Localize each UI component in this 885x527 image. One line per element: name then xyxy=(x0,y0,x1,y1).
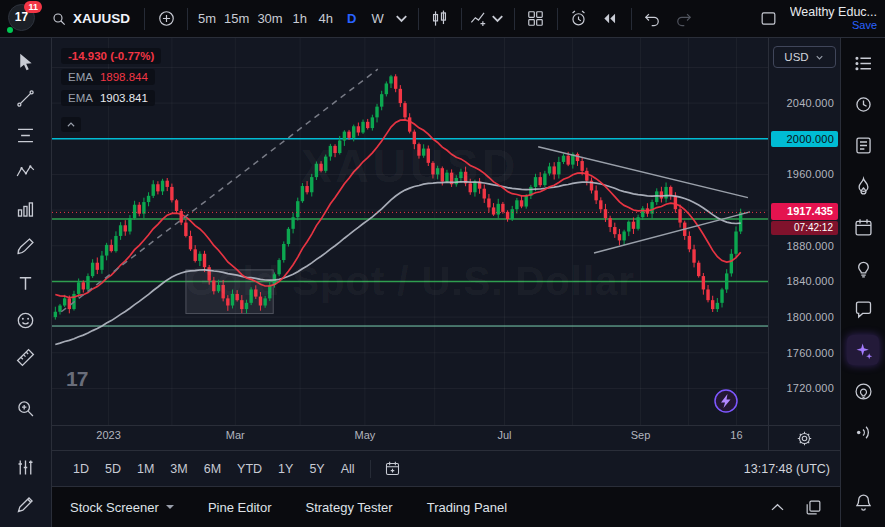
timeframe-15m[interactable]: 15m xyxy=(220,6,253,32)
chevron-down-icon xyxy=(814,52,825,63)
measure-tool[interactable] xyxy=(9,343,43,372)
range-1m[interactable]: 1M xyxy=(130,457,161,481)
go-to-date-button[interactable] xyxy=(379,457,407,481)
save-button[interactable]: Save xyxy=(852,19,877,32)
timeframe-5m[interactable]: 5m xyxy=(194,6,220,32)
compare-add-symbol-button[interactable] xyxy=(151,5,181,33)
trend-line-tool[interactable] xyxy=(9,84,43,113)
chart-plot-area[interactable]: XAUUSD Gold Spot / U.S. Dollar -14.930 (… xyxy=(52,38,768,425)
panel-expand-button[interactable] xyxy=(764,493,790,521)
indicators-button[interactable] xyxy=(468,5,508,33)
chart-style-button[interactable] xyxy=(425,5,455,33)
range-ytd[interactable]: YTD xyxy=(230,457,269,481)
layout-select-button[interactable] xyxy=(754,5,784,33)
indicator-legend-row[interactable]: EMA 1903.841 xyxy=(61,90,155,106)
hotlists-button[interactable] xyxy=(847,171,879,201)
symbol-change-readout: -14.930 (-0.77%) xyxy=(61,48,161,64)
layout-square-icon xyxy=(759,9,778,28)
tab-stock-screener[interactable]: Stock Screener xyxy=(70,487,174,527)
range-5d[interactable]: 5D xyxy=(98,457,128,481)
fib-retracement-tool[interactable] xyxy=(9,121,43,150)
price-label-1880: 1880.000 xyxy=(771,238,834,254)
measure-bars-tool[interactable] xyxy=(9,453,43,482)
emoji-tool[interactable] xyxy=(9,306,43,335)
range-1d[interactable]: 1D xyxy=(66,457,96,481)
chat-button[interactable] xyxy=(847,294,879,324)
hint-bulb-button[interactable] xyxy=(847,376,879,406)
zoom-tool[interactable] xyxy=(9,394,43,423)
cursor-tool[interactable] xyxy=(9,47,43,76)
streams-button[interactable] xyxy=(847,417,879,447)
panel-restore-button[interactable] xyxy=(800,493,826,521)
watchlist-button[interactable] xyxy=(847,48,879,78)
timeframe-1h[interactable]: 1h xyxy=(287,6,313,32)
ideas-bulb-button[interactable] xyxy=(847,253,879,283)
axis-settings-button[interactable] xyxy=(791,426,819,450)
currency-selector[interactable]: USD xyxy=(773,46,836,68)
range-5y[interactable]: 5Y xyxy=(302,457,331,481)
price-axis[interactable]: USD 1917.435 07:42:12 2040.0002000.00019… xyxy=(768,38,840,425)
range-1y[interactable]: 1Y xyxy=(271,457,300,481)
plus-circle-icon xyxy=(157,9,176,28)
legend-collapse-button[interactable] xyxy=(61,117,81,132)
range-all[interactable]: All xyxy=(334,457,362,481)
ai-assistant-button[interactable] xyxy=(847,335,879,365)
layout-grid-button[interactable] xyxy=(521,5,551,33)
undo-button[interactable] xyxy=(638,5,668,33)
range-3m[interactable]: 3M xyxy=(163,457,194,481)
lightning-button[interactable] xyxy=(714,389,738,413)
indicator-value: 1898.844 xyxy=(100,71,148,83)
bars-pattern-icon xyxy=(15,457,36,478)
timeframe-D[interactable]: D xyxy=(339,6,365,32)
candlestick-icon xyxy=(430,9,449,28)
layout-name-label[interactable]: Wealthy Educ... xyxy=(790,6,877,19)
range-6m[interactable]: 6M xyxy=(197,457,228,481)
indicator-legend-row[interactable]: EMA 1898.844 xyxy=(61,69,155,85)
pencil-icon xyxy=(15,494,36,515)
calendar-icon xyxy=(384,460,401,477)
timeframe-4h[interactable]: 4h xyxy=(313,6,339,32)
divider xyxy=(461,8,462,30)
symbol-search-button[interactable]: XAUUSD xyxy=(43,5,138,33)
tradingview-logo[interactable]: 17 11 xyxy=(8,4,38,34)
tab-label: Strategy Tester xyxy=(305,500,392,515)
utc-clock[interactable]: 13:17:48 (UTC) xyxy=(744,462,830,476)
text-tool[interactable] xyxy=(9,269,43,298)
chevron-down-icon xyxy=(392,9,411,28)
tab-label: Trading Panel xyxy=(427,500,507,515)
indicator-value: 1903.841 xyxy=(100,92,148,104)
gear-icon xyxy=(796,430,813,447)
right-sidebar xyxy=(840,38,885,527)
forecast-tool[interactable] xyxy=(9,195,43,224)
sparkle-icon xyxy=(853,340,874,361)
timeframe-W[interactable]: W xyxy=(365,6,391,32)
tradingview-app: 17 11 XAUUSD 5m15m30m1h4hDW xyxy=(0,0,885,527)
brush-tool[interactable] xyxy=(9,232,43,261)
alert-button[interactable] xyxy=(564,5,594,33)
bar-replay-button[interactable] xyxy=(595,5,625,33)
time-axis[interactable]: 2023MarMayJulSep16 xyxy=(52,426,768,450)
bell-icon xyxy=(853,492,874,513)
timeframe-dropdown-button[interactable] xyxy=(392,5,412,33)
redo-button[interactable] xyxy=(669,5,699,33)
axis-corner xyxy=(768,426,840,450)
time-label-Jul: Jul xyxy=(497,429,511,441)
calendar-button[interactable] xyxy=(847,212,879,242)
tab-strategy-tester[interactable]: Strategy Tester xyxy=(305,487,392,527)
notifications-button[interactable] xyxy=(847,487,879,517)
speaker-waves-icon xyxy=(853,422,874,443)
tradingview-watermark-logo[interactable]: 17 xyxy=(66,367,87,391)
drawings-edit-tool[interactable] xyxy=(9,490,43,519)
timeframe-30m[interactable]: 30m xyxy=(253,6,286,32)
tab-trading-panel[interactable]: Trading Panel xyxy=(427,487,507,527)
ideas-notes-button[interactable] xyxy=(847,130,879,160)
divider xyxy=(418,8,419,30)
chevron-up-icon xyxy=(66,120,76,130)
top-toolbar: 17 11 XAUUSD 5m15m30m1h4hDW xyxy=(0,0,885,38)
alerts-button[interactable] xyxy=(847,89,879,119)
indicator-name: EMA xyxy=(68,71,93,83)
price-label-2000: 2000.000 xyxy=(771,131,838,147)
pattern-tool[interactable] xyxy=(9,158,43,187)
tab-pine-editor[interactable]: Pine Editor xyxy=(208,487,272,527)
bulb-circle-icon xyxy=(853,381,874,402)
